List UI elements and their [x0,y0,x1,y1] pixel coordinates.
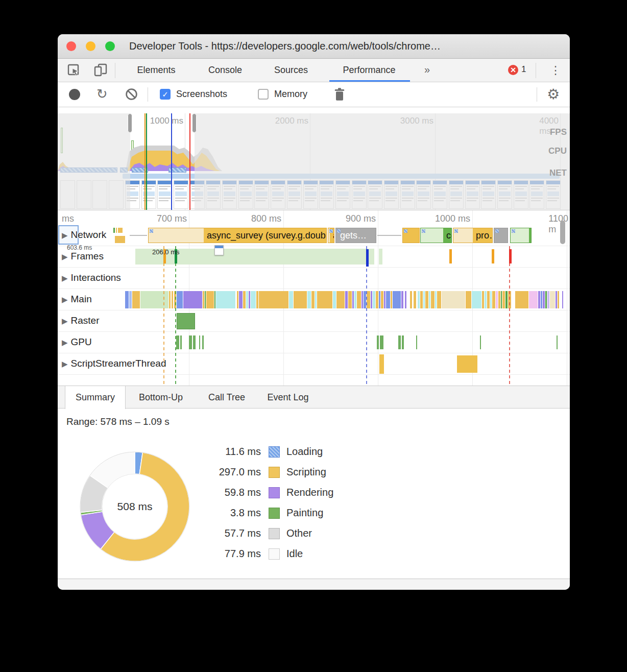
main-flame-segment[interactable] [391,291,392,308]
clear-recording-icon[interactable] [125,88,138,101]
main-flame-segment[interactable] [466,291,471,308]
main-flame-segment[interactable] [367,291,370,308]
main-flame-segment[interactable] [129,291,132,308]
gpu-task-bar[interactable] [480,335,481,349]
main-flame-segment[interactable] [373,291,375,308]
gpu-task-bar[interactable] [416,335,417,349]
main-flame-segment[interactable] [214,291,215,308]
main-flame-segment[interactable] [216,291,235,308]
script-streamer-bar[interactable] [379,354,384,374]
gpu-task-bar[interactable] [189,335,192,349]
network-request-bar[interactable]: async_survey (survey.g.double [148,228,327,243]
inspect-element-icon[interactable] [67,63,81,78]
tab-console[interactable]: Console [195,59,256,82]
gpu-task-bar[interactable] [202,335,204,349]
selection-handle-left[interactable] [128,113,132,133]
gpu-task-bar[interactable] [199,335,200,349]
main-flame-segment[interactable] [558,291,559,308]
main-flame-segment[interactable] [410,291,412,308]
main-flame-segment[interactable] [345,291,348,308]
network-request-bar[interactable]: co… [420,228,452,243]
main-flame-segment[interactable] [545,291,547,308]
kebab-menu-icon[interactable]: ⋮ [550,64,561,77]
expand-track-icon[interactable]: ▶ [62,359,68,368]
main-flame-segment[interactable] [381,291,383,308]
main-flame-segment[interactable] [246,291,248,308]
minimize-window-button[interactable] [86,41,95,51]
main-flame-segment[interactable] [289,291,293,308]
track-row-interactions[interactable]: ▶Interactions [58,268,570,289]
gpu-task-bar[interactable] [176,335,179,349]
gpu-task-bar[interactable] [398,335,401,349]
main-flame-segment[interactable] [249,291,250,308]
main-flame-segment[interactable] [393,291,401,308]
network-request-bar[interactable]: gets… [335,228,376,243]
main-flame-segment[interactable] [376,291,378,308]
main-flame-segment[interactable] [529,291,538,308]
network-request-bar[interactable]: a [328,228,334,243]
main-flame-segment[interactable] [177,291,183,308]
selection-handle-right[interactable] [192,113,197,133]
gpu-task-bar[interactable] [557,335,558,349]
filmstrip-thumbnail[interactable] [157,180,172,209]
track-label-network[interactable]: ▶Network [62,229,106,241]
main-flame-segment[interactable] [435,291,437,308]
main-flame-segment[interactable] [315,291,317,308]
main-flame-segment[interactable] [487,291,490,308]
main-flame-segment[interactable] [125,291,129,308]
script-streamer-bar[interactable] [457,355,477,373]
main-flame-segment[interactable] [361,291,363,308]
gpu-task-bar[interactable] [380,335,383,349]
main-flame-segment[interactable] [541,291,542,308]
capture-settings-gear-icon[interactable]: ⚙ [547,86,560,103]
main-flame-segment[interactable] [543,291,545,308]
main-flame-segment[interactable] [498,291,500,308]
track-row-network[interactable]: ▶Networkasync_survey (survey.g.doubleage… [58,225,570,246]
main-flame-segment[interactable] [336,291,345,308]
network-request-bar[interactable] [510,228,532,243]
track-row-scriptstreamerthread[interactable]: ▶ScriptStreamerThread [58,353,570,375]
expand-track-icon[interactable]: ▶ [62,274,68,282]
filmstrip-thumbnail[interactable] [174,180,188,209]
tab-call-tree[interactable]: Call Tree [203,386,251,409]
track-row-raster[interactable]: ▶Raster [58,310,570,332]
track-label-interactions[interactable]: ▶Interactions [62,272,121,283]
memory-checkbox[interactable] [258,89,269,100]
trash-icon[interactable] [333,87,346,102]
error-count[interactable]: 1 [521,64,526,75]
main-flame-segment[interactable] [352,291,354,308]
main-flame-segment[interactable] [203,291,204,308]
main-flame-segment[interactable] [371,291,372,308]
main-flame-segment[interactable] [251,291,256,308]
main-flame-segment[interactable] [547,291,549,308]
gpu-task-bar[interactable] [402,335,404,349]
main-flame-segment[interactable] [429,291,430,308]
gpu-task-bar[interactable] [180,335,182,349]
tab-event-log[interactable]: Event Log [260,386,316,409]
screenshots-checkbox[interactable]: ✓ [160,89,171,100]
track-label-frames[interactable]: ▶Frames [62,251,104,262]
gpu-task-bar[interactable] [377,335,379,349]
track-label-gpu[interactable]: ▶GPU [62,337,92,348]
main-flame-segment[interactable] [183,291,202,308]
track-label-main[interactable]: ▶Main [62,294,92,305]
expand-track-icon[interactable]: ▶ [62,231,68,239]
error-badge-icon[interactable]: ✕ [508,65,518,75]
main-flame-segment[interactable] [348,291,352,308]
gpu-task-bar[interactable] [193,335,196,349]
main-flame-segment[interactable] [414,291,416,308]
main-flame-segment[interactable] [482,291,484,308]
main-flame-segment[interactable] [420,291,423,308]
main-flame-segment[interactable] [472,291,481,308]
main-flame-segment[interactable] [384,291,385,308]
main-flame-segment[interactable] [490,291,492,308]
expand-track-icon[interactable]: ▶ [62,317,68,325]
main-flame-segment[interactable] [485,291,487,308]
main-flame-segment[interactable] [562,291,563,308]
track-row-main[interactable]: ▶Main [58,289,570,310]
raster-task-bar[interactable] [177,313,195,329]
main-flame-segment[interactable] [239,291,243,308]
main-flame-segment[interactable] [496,291,498,308]
network-request-bar[interactable]: pro… [453,228,493,243]
track-label-raster[interactable]: ▶Raster [62,315,100,326]
